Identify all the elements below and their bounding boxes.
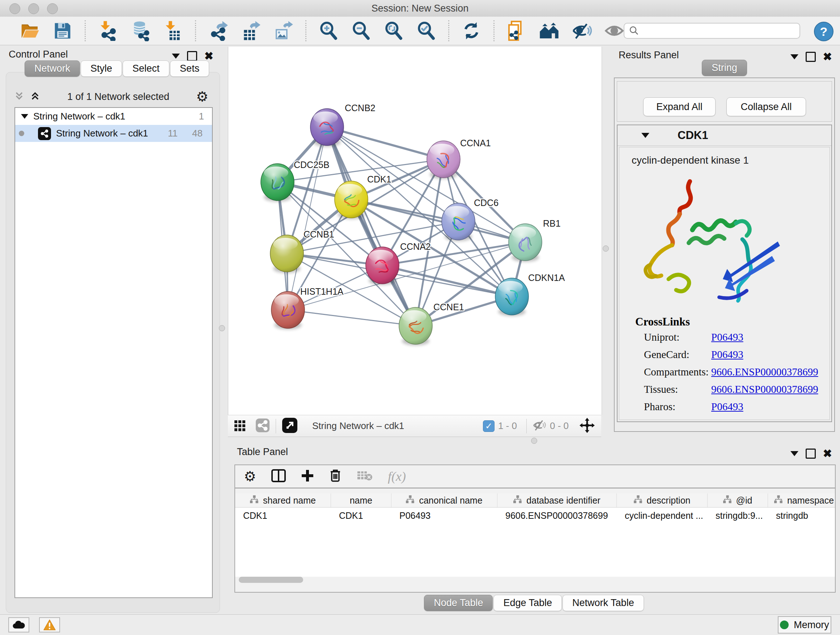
network-node-CDK1[interactable] bbox=[335, 181, 368, 219]
crosslink-link[interactable]: 9606.ENSP00000378699 bbox=[711, 383, 818, 401]
tab-edge-table[interactable]: Edge Table bbox=[493, 595, 562, 611]
network-node-HIST1H1A[interactable] bbox=[271, 291, 305, 329]
import-network-from-database-icon[interactable] bbox=[130, 21, 150, 41]
network-node-CDC25B[interactable] bbox=[261, 164, 294, 202]
refresh-layout-icon[interactable] bbox=[461, 21, 482, 41]
duplicate-network-icon[interactable] bbox=[507, 21, 527, 41]
cloud-status-button[interactable] bbox=[8, 617, 29, 632]
selected-checkbox-icon[interactable]: ✓ bbox=[483, 420, 494, 432]
show-all-icon[interactable] bbox=[604, 21, 624, 41]
gene-card-header[interactable]: CDK1 bbox=[617, 125, 831, 146]
table-cell[interactable]: stringdb:9... bbox=[707, 508, 768, 524]
add-column-icon[interactable] bbox=[301, 469, 314, 484]
tab-style[interactable]: Style bbox=[81, 60, 122, 77]
app-window: Session: New Session bbox=[0, 0, 840, 635]
network-node-CCNE1[interactable] bbox=[399, 307, 432, 345]
node-label-HIST1H1A: HIST1H1A bbox=[300, 287, 344, 296]
tab-string[interactable]: String bbox=[702, 60, 747, 76]
collapse-all-button[interactable]: Collapse All bbox=[726, 97, 806, 116]
birdseye-navigator-icon[interactable] bbox=[579, 417, 595, 435]
tab-network[interactable]: Network bbox=[25, 60, 80, 77]
column-header-@id[interactable]: @id bbox=[707, 494, 768, 507]
network-node-RB1[interactable] bbox=[508, 224, 542, 262]
tab-node-table[interactable]: Node Table bbox=[424, 595, 493, 611]
column-header-canonical-name[interactable]: canonical name bbox=[392, 494, 497, 507]
crosslink-link[interactable]: P06493 bbox=[711, 401, 744, 418]
tab-select[interactable]: Select bbox=[123, 60, 169, 77]
hide-selected-icon[interactable] bbox=[572, 21, 592, 41]
table-cell[interactable]: CDK1 bbox=[235, 508, 331, 524]
network-edge-HIST1H1A-CCNE1[interactable] bbox=[288, 310, 416, 326]
collapse-all-tree-icon[interactable] bbox=[30, 90, 41, 103]
table-cell[interactable]: stringdb bbox=[768, 508, 836, 524]
network-collection-row[interactable]: String Network – cdk1 1 bbox=[15, 108, 212, 125]
control-panel-header-icons: ✖ bbox=[172, 51, 213, 61]
network-row[interactable]: String Network – cdk1 11 48 bbox=[15, 125, 212, 142]
save-session-icon[interactable] bbox=[52, 21, 73, 41]
network-share-view-icon[interactable] bbox=[256, 418, 270, 434]
network-node-CDC6[interactable] bbox=[442, 203, 475, 241]
collapse-panel-icon[interactable] bbox=[790, 451, 798, 456]
expand-all-tree-icon[interactable] bbox=[14, 90, 25, 103]
network-options-gear-icon[interactable]: ⚙ bbox=[196, 90, 208, 103]
table-cell[interactable]: CDK1 bbox=[331, 508, 392, 524]
grid-view-icon[interactable] bbox=[234, 419, 247, 433]
crosslink-link[interactable]: P06493 bbox=[711, 348, 744, 366]
collapse-panel-icon[interactable] bbox=[172, 54, 180, 59]
network-edge-CDK1-RB1[interactable] bbox=[351, 200, 525, 242]
horizontal-scrollbar-thumb[interactable] bbox=[239, 577, 303, 583]
float-panel-icon[interactable] bbox=[187, 51, 197, 61]
table-options-gear-icon[interactable]: ⚙ bbox=[244, 470, 256, 483]
zoom-fit-icon[interactable] bbox=[384, 21, 404, 41]
table-cell[interactable]: P06493 bbox=[392, 508, 497, 524]
left-splitter-handle[interactable] bbox=[219, 325, 225, 331]
memory-button[interactable]: Memory bbox=[778, 616, 831, 633]
export-image-icon[interactable] bbox=[273, 21, 294, 41]
network-node-CCNA1[interactable] bbox=[427, 141, 460, 179]
bottom-splitter-handle[interactable] bbox=[531, 438, 537, 444]
cloud-icon bbox=[12, 620, 26, 630]
table-row[interactable]: CDK1CDK1P064939606.ENSP00000378699cyclin… bbox=[235, 508, 835, 524]
warning-status-button[interactable] bbox=[39, 617, 60, 632]
delete-column-icon[interactable] bbox=[329, 469, 341, 484]
string-home-icon[interactable] bbox=[539, 21, 559, 41]
export-table-icon[interactable] bbox=[240, 21, 261, 41]
column-header-shared-name[interactable]: shared name bbox=[235, 494, 331, 507]
column-header-database-identifier[interactable]: database identifier bbox=[497, 494, 617, 507]
gene-card: CDK1 cyclin-dependent kinase 1 bbox=[617, 125, 832, 422]
table-cell[interactable]: cyclin-dependent ... bbox=[617, 508, 707, 524]
right-splitter-handle[interactable] bbox=[603, 245, 609, 252]
zoom-in-icon[interactable] bbox=[318, 21, 339, 41]
network-canvas[interactable]: CCNB2CCNA1CDC25BCDK1CDC6RB1CCNB1CCNA2CDK… bbox=[228, 47, 602, 415]
table-cell[interactable]: 9606.ENSP00000378699 bbox=[497, 508, 617, 524]
tab-network-table[interactable]: Network Table bbox=[562, 595, 644, 611]
column-header-name[interactable]: name bbox=[331, 494, 392, 507]
import-table-from-file-icon[interactable] bbox=[163, 21, 183, 41]
close-panel-icon[interactable]: ✖ bbox=[204, 52, 213, 60]
network-edge-CCNB2-HIST1H1A[interactable] bbox=[288, 127, 327, 310]
network-node-CDKN1A[interactable] bbox=[495, 278, 529, 316]
network-node-CCNB2[interactable] bbox=[310, 109, 344, 147]
open-session-icon[interactable] bbox=[20, 21, 40, 41]
export-network-icon[interactable] bbox=[208, 21, 228, 41]
gene-expander-icon[interactable] bbox=[641, 133, 649, 138]
crosslink-link[interactable]: P06493 bbox=[711, 331, 744, 348]
expand-all-button[interactable]: Expand All bbox=[643, 97, 715, 116]
import-network-from-file-icon[interactable] bbox=[98, 21, 118, 41]
help-button[interactable]: ? bbox=[814, 22, 834, 41]
search-input[interactable] bbox=[643, 25, 799, 37]
detach-view-button[interactable] bbox=[282, 417, 298, 435]
float-panel-icon[interactable] bbox=[806, 448, 816, 459]
show-columns-icon[interactable] bbox=[271, 469, 286, 484]
column-header-description[interactable]: description bbox=[617, 494, 707, 507]
tree-expander-icon[interactable] bbox=[21, 114, 28, 119]
network-node-CCNA2[interactable] bbox=[366, 247, 399, 285]
close-panel-icon[interactable]: ✖ bbox=[823, 450, 832, 458]
network-node-CCNB1[interactable] bbox=[270, 235, 303, 273]
tab-sets[interactable]: Sets bbox=[170, 60, 209, 77]
column-header-namespace[interactable]: namespace bbox=[768, 494, 836, 507]
crosslink-link[interactable]: 9606.ENSP00000378699 bbox=[711, 366, 818, 383]
collapse-panel-icon[interactable] bbox=[790, 54, 798, 59]
zoom-selected-icon[interactable] bbox=[416, 21, 436, 41]
zoom-out-icon[interactable] bbox=[351, 21, 371, 41]
